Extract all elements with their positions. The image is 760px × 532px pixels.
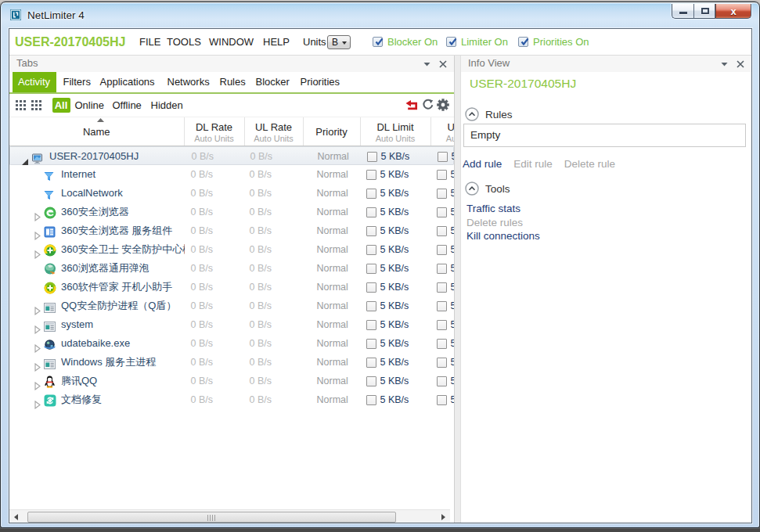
limit-checkbox[interactable] xyxy=(438,152,448,162)
table-row[interactable]: 360浏览器通用弹泡0 B/s0 B/sNormal5 KB/s5 KB/s xyxy=(9,259,454,278)
tree-collapsed-icon[interactable] xyxy=(34,340,41,353)
table-row[interactable]: QQ安全防护进程（Q盾）0 B/s0 B/sNormal5 KB/s5 KB/s xyxy=(9,297,454,315)
table-row[interactable]: Internet0 B/s0 B/sNormal5 KB/s5 KB/s xyxy=(9,165,454,184)
link-add-rule[interactable]: Add rule xyxy=(463,158,502,170)
limit-checkbox[interactable] xyxy=(366,339,376,349)
minimize-button[interactable] xyxy=(672,4,693,19)
gear-icon[interactable] xyxy=(437,99,449,111)
collapse-chevron-icon[interactable] xyxy=(465,107,479,121)
limit-checkbox[interactable] xyxy=(366,226,376,236)
link-delete-rule[interactable]: Delete rule xyxy=(564,158,615,170)
checkbox-checked-icon[interactable] xyxy=(446,37,456,47)
column-header-name[interactable]: Name xyxy=(9,117,185,146)
limit-checkbox[interactable] xyxy=(366,395,376,405)
table-row[interactable]: 360安全浏览器0 B/s0 B/sNormal5 KB/s5 KB/s xyxy=(9,203,454,221)
limit-checkbox[interactable] xyxy=(437,395,447,405)
link-kill-connections[interactable]: Kill connections xyxy=(466,229,540,243)
tab-applications[interactable]: Applications xyxy=(100,72,155,92)
tree-collapsed-icon[interactable] xyxy=(34,396,41,409)
close-button[interactable]: x xyxy=(715,4,751,19)
filter-online[interactable]: Online xyxy=(75,98,105,113)
limit-checkbox[interactable] xyxy=(437,358,447,368)
filter-hidden[interactable]: Hidden xyxy=(151,98,183,113)
limit-checkbox[interactable] xyxy=(367,152,377,162)
limit-checkbox[interactable] xyxy=(366,358,376,368)
link-delete-rules[interactable]: Delete rules xyxy=(466,216,540,230)
limit-checkbox[interactable] xyxy=(437,170,447,180)
limit-checkbox[interactable] xyxy=(366,282,376,293)
table-row[interactable]: Windows 服务主进程0 B/s0 B/sNormal5 KB/s5 KB/… xyxy=(9,353,454,372)
tree-collapsed-icon[interactable] xyxy=(34,246,41,259)
refresh-icon[interactable] xyxy=(422,99,434,111)
filter-offline[interactable]: Offline xyxy=(113,98,142,113)
table-row[interactable]: 360安全卫士 安全防护中心模块0 B/s0 B/sNormal5 KB/s5 … xyxy=(9,240,454,259)
undo-icon[interactable] xyxy=(405,100,418,110)
limit-checkbox[interactable] xyxy=(437,189,447,199)
table-row[interactable]: 文档修复0 B/s0 B/sNormal5 KB/s5 KB/s xyxy=(9,390,454,409)
column-header-dl-rate[interactable]: DL RateAuto Units xyxy=(185,117,245,146)
limit-checkbox[interactable] xyxy=(437,339,447,349)
tree-collapsed-icon[interactable] xyxy=(34,208,41,221)
column-header-ul-rate[interactable]: UL RateAuto Units xyxy=(245,117,304,146)
tab-priorities[interactable]: Priorities xyxy=(301,72,340,92)
limit-checkbox[interactable] xyxy=(437,245,447,255)
table-row[interactable]: LocalNetwork0 B/s0 B/sNormal5 KB/s5 KB/s xyxy=(9,184,454,203)
table-row[interactable]: system0 B/s0 B/sNormal5 KB/s5 KB/s xyxy=(9,315,454,334)
toggle-priorities-on[interactable]: Priorities On xyxy=(518,29,589,55)
tree-collapsed-icon[interactable] xyxy=(34,358,41,372)
table-row[interactable]: 360软件管家 开机小助手0 B/s0 B/sNormal5 KB/s5 KB/… xyxy=(9,278,454,297)
menu-tools[interactable]: TOOLS xyxy=(167,29,201,55)
column-header-ul-limit[interactable]: UL LimitAuto Units xyxy=(431,117,456,146)
toggle-limiter-on[interactable]: Limiter On xyxy=(446,29,508,55)
link-traffic-stats[interactable]: Traffic stats xyxy=(466,202,540,216)
tab-activity[interactable]: Activity xyxy=(13,72,56,92)
limit-checkbox[interactable] xyxy=(366,376,376,386)
column-header-priority[interactable]: Priority xyxy=(304,117,361,146)
limit-checkbox[interactable] xyxy=(437,282,447,293)
limit-checkbox[interactable] xyxy=(366,170,376,180)
pane-splitter[interactable] xyxy=(456,56,461,523)
checkbox-checked-icon[interactable] xyxy=(518,37,528,47)
limit-checkbox[interactable] xyxy=(437,320,447,330)
toggle-blocker-on[interactable]: Blocker On xyxy=(373,29,438,55)
collapse-chevron-icon[interactable] xyxy=(465,182,479,196)
limit-checkbox[interactable] xyxy=(366,264,376,274)
tree-collapsed-icon[interactable] xyxy=(34,377,41,390)
limit-checkbox[interactable] xyxy=(366,207,376,217)
column-header-dl-limit[interactable]: DL LimitAuto Units xyxy=(361,117,431,146)
menu-file[interactable]: FILE xyxy=(139,29,160,55)
pane-menu-icon[interactable] xyxy=(423,62,430,66)
filter-all[interactable]: All xyxy=(52,98,70,113)
scroll-right-arrow-icon[interactable] xyxy=(437,510,450,523)
table-row[interactable]: USER-20170405HJ0 B/s0 B/sNormal5 KB/s5 K… xyxy=(9,146,454,165)
table-row[interactable]: 360安全浏览器 服务组件0 B/s0 B/sNormal5 KB/s5 KB/… xyxy=(9,221,454,240)
grid-view-icon[interactable] xyxy=(31,99,42,110)
limit-checkbox[interactable] xyxy=(366,301,376,311)
limit-checkbox[interactable] xyxy=(437,301,447,311)
rules-list-box[interactable]: Empty xyxy=(463,124,746,147)
tab-networks[interactable]: Networks xyxy=(167,72,210,92)
limit-checkbox[interactable] xyxy=(366,245,376,255)
menu-help[interactable]: HELP xyxy=(263,29,290,55)
limit-checkbox[interactable] xyxy=(437,207,447,217)
tree-collapsed-icon[interactable] xyxy=(34,227,41,240)
horizontal-scrollbar[interactable] xyxy=(9,509,450,523)
units-dropdown[interactable]: B xyxy=(327,35,351,49)
scroll-left-arrow-icon[interactable] xyxy=(9,510,23,523)
limit-checkbox[interactable] xyxy=(366,189,376,199)
menu-window[interactable]: WINDOW xyxy=(209,29,254,55)
scrollbar-thumb[interactable] xyxy=(27,512,396,523)
link-edit-rule[interactable]: Edit rule xyxy=(513,158,553,170)
tree-collapsed-icon[interactable] xyxy=(34,302,41,315)
maximize-button[interactable] xyxy=(693,4,715,19)
table-row[interactable]: udatebaike.exe0 B/s0 B/sNormal5 KB/s5 KB… xyxy=(9,334,454,353)
tree-collapsed-icon[interactable] xyxy=(34,321,41,334)
checkbox-checked-icon[interactable] xyxy=(373,37,383,47)
grid-view-icon[interactable] xyxy=(16,99,27,110)
tab-rules[interactable]: Rules xyxy=(220,72,246,92)
pane-close-icon[interactable] xyxy=(737,60,744,68)
pane-close-icon[interactable] xyxy=(439,60,447,68)
pane-menu-icon[interactable] xyxy=(721,62,728,66)
table-row[interactable]: 腾讯QQ0 B/s0 B/sNormal5 KB/s5 KB/s xyxy=(9,372,454,390)
limit-checkbox[interactable] xyxy=(366,320,376,330)
